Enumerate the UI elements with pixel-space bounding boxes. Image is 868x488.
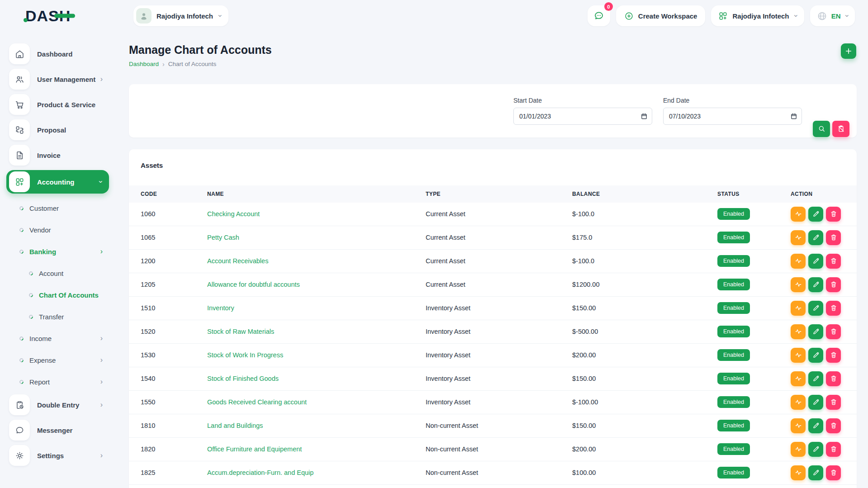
delete-button[interactable] <box>826 301 841 316</box>
edit-button[interactable] <box>808 277 823 292</box>
transactions-button[interactable] <box>791 207 806 222</box>
chevron-right-icon <box>100 356 103 364</box>
transactions-button[interactable] <box>791 442 806 457</box>
edit-button[interactable] <box>808 395 823 410</box>
activity-icon <box>795 351 802 359</box>
delete-button[interactable] <box>826 465 841 480</box>
account-name-link[interactable]: Stock of Finished Goods <box>207 375 426 382</box>
page-title: Manage Chart of Accounts <box>129 43 272 57</box>
edit-button[interactable] <box>808 442 823 457</box>
transactions-button[interactable] <box>791 277 806 292</box>
sidebar-item-double-entry[interactable]: Double Entry <box>9 394 110 415</box>
transactions-button[interactable] <box>791 230 806 245</box>
search-icon <box>818 125 825 133</box>
sidebar-subitem-income[interactable]: Income <box>0 329 115 347</box>
delete-button[interactable] <box>826 442 841 457</box>
start-date-input[interactable] <box>513 108 652 125</box>
edit-button[interactable] <box>808 324 823 339</box>
language-selector[interactable]: EN <box>810 5 855 26</box>
subitem-label: Vendor <box>29 226 51 234</box>
delete-button[interactable] <box>826 254 841 269</box>
transactions-button[interactable] <box>791 324 806 339</box>
activity-icon <box>795 445 802 453</box>
account-name-link[interactable]: Petty Cash <box>207 234 426 241</box>
pencil-icon <box>812 234 820 241</box>
row-actions <box>791 395 845 410</box>
sidebar-subitem-account[interactable]: Account <box>0 264 115 282</box>
cell-type: Current Asset <box>426 210 572 218</box>
account-name-link[interactable]: Goods Received Clearing account <box>207 398 426 406</box>
status-badge: Enabled <box>717 326 750 337</box>
delete-button[interactable] <box>826 371 841 386</box>
edit-button[interactable] <box>808 418 823 433</box>
row-actions <box>791 230 845 245</box>
status-badge: Enabled <box>717 255 750 267</box>
transactions-button[interactable] <box>791 254 806 269</box>
grid-plus-icon <box>718 11 728 21</box>
delete-button[interactable] <box>826 207 841 222</box>
activity-icon <box>795 398 802 406</box>
filter-card: Start Date End Date <box>129 84 857 137</box>
edit-button[interactable] <box>808 230 823 245</box>
sidebar-item-user-management[interactable]: User Management <box>9 69 110 90</box>
delete-button[interactable] <box>826 395 841 410</box>
delete-button[interactable] <box>826 324 841 339</box>
end-date-input[interactable] <box>663 108 802 125</box>
workspace-selector[interactable]: Rajodiya Infotech <box>133 5 228 26</box>
workspace-name: Rajodiya Infotech <box>157 12 213 20</box>
edit-button[interactable] <box>808 348 823 363</box>
sidebar-subitem-banking[interactable]: Banking <box>0 242 115 261</box>
transactions-button[interactable] <box>791 395 806 410</box>
account-name-link[interactable]: Land and Buildings <box>207 422 426 429</box>
edit-button[interactable] <box>808 254 823 269</box>
reset-filter-button[interactable] <box>832 121 849 137</box>
sidebar-item-invoice[interactable]: Invoice <box>9 145 110 166</box>
sidebar-subitem-report[interactable]: Report <box>0 373 115 391</box>
account-name-link[interactable]: Accum.depreciation-Furn. and Equip <box>207 469 426 476</box>
sidebar-item-accounting[interactable]: Accounting <box>6 170 109 194</box>
cell-balance: $100.00 <box>572 469 717 476</box>
transactions-button[interactable] <box>791 301 806 316</box>
create-workspace-button[interactable]: Create Workspace <box>616 5 706 26</box>
cell-code: 1520 <box>141 328 207 335</box>
messages-button[interactable]: 0 <box>588 5 610 26</box>
sidebar-item-proposal[interactable]: Proposal <box>9 119 110 140</box>
sidebar-item-messenger[interactable]: Messenger <box>9 420 110 441</box>
search-button[interactable] <box>813 121 830 137</box>
edit-button[interactable] <box>808 301 823 316</box>
sidebar-subitem-vendor[interactable]: Vendor <box>0 221 115 239</box>
account-name-link[interactable]: Checking Account <box>207 210 426 218</box>
status-badge: Enabled <box>717 467 750 479</box>
transactions-button[interactable] <box>791 348 806 363</box>
transactions-button[interactable] <box>791 371 806 386</box>
add-account-button[interactable] <box>841 43 856 59</box>
sidebar-item-settings[interactable]: Settings <box>9 445 110 466</box>
company-selector[interactable]: Rajodiya Infotech <box>711 5 804 26</box>
sidebar-subitem-chart-of-accounts[interactable]: Chart Of Accounts <box>0 286 115 304</box>
home-icon <box>9 43 30 64</box>
transactions-button[interactable] <box>791 465 806 480</box>
account-name-link[interactable]: Account Receivables <box>207 257 426 265</box>
gear-icon <box>9 445 30 466</box>
account-name-link[interactable]: Stock of Work In Progress <box>207 351 426 359</box>
edit-button[interactable] <box>808 465 823 480</box>
status-badge: Enabled <box>717 443 750 455</box>
transactions-button[interactable] <box>791 418 806 433</box>
sidebar-subitem-transfer[interactable]: Transfer <box>0 308 115 326</box>
brand-logo[interactable]: DASH <box>25 7 71 25</box>
account-name-link[interactable]: Allowance for doubtful accounts <box>207 281 426 288</box>
edit-button[interactable] <box>808 371 823 386</box>
sidebar-subitem-expense[interactable]: Expense <box>0 351 115 369</box>
sidebar-subitem-customer[interactable]: Customer <box>0 199 115 217</box>
account-name-link[interactable]: Inventory <box>207 304 426 312</box>
edit-button[interactable] <box>808 207 823 222</box>
account-name-link[interactable]: Office Furniture and Equipement <box>207 445 426 453</box>
sidebar-item-product-service[interactable]: Product & Service <box>9 94 110 115</box>
account-name-link[interactable]: Stock of Raw Materials <box>207 328 426 335</box>
sidebar-item-dashboard[interactable]: Dashboard <box>9 43 110 64</box>
delete-button[interactable] <box>826 277 841 292</box>
delete-button[interactable] <box>826 348 841 363</box>
delete-button[interactable] <box>826 418 841 433</box>
breadcrumb-dashboard-link[interactable]: Dashboard <box>129 61 159 67</box>
delete-button[interactable] <box>826 230 841 245</box>
